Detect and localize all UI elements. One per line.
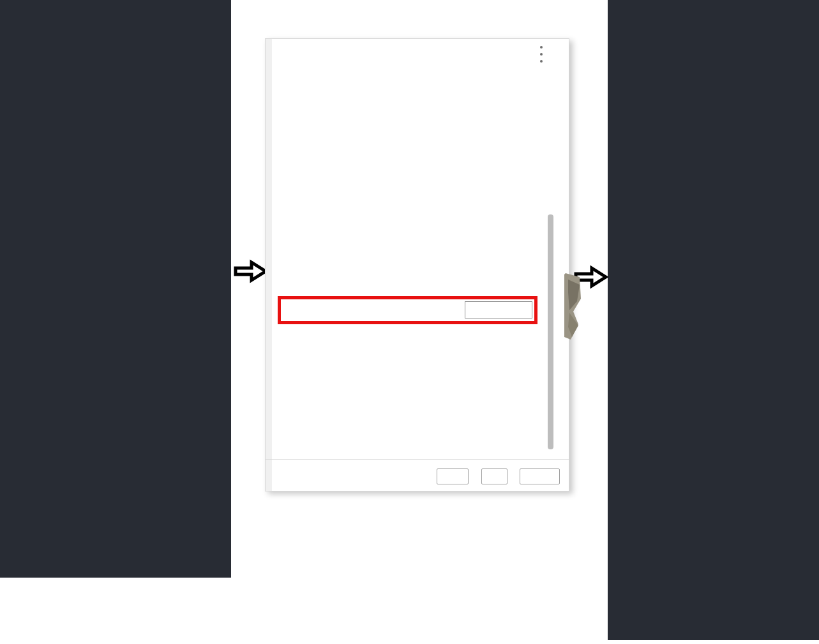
rvalueoffset-highlight-box bbox=[278, 296, 537, 324]
cad-model-sliver bbox=[564, 273, 581, 342]
post-button[interactable] bbox=[437, 468, 469, 484]
post-properties-dialog bbox=[265, 38, 569, 491]
gcode-editor-right[interactable] bbox=[608, 0, 819, 640]
gcode-editor-left[interactable] bbox=[0, 0, 231, 578]
right-arrow-icon-1 bbox=[234, 258, 268, 284]
dialog-scrollbar[interactable] bbox=[548, 214, 553, 449]
dialog-separator bbox=[266, 459, 569, 460]
window-edge-strip bbox=[266, 39, 272, 491]
cancel-button[interactable] bbox=[520, 468, 560, 484]
sections bbox=[290, 296, 463, 326]
kebab-menu-icon[interactable] bbox=[537, 46, 545, 69]
screenshot-stage bbox=[0, 0, 819, 644]
ok-button[interactable] bbox=[481, 468, 507, 484]
rvalueoffset-input[interactable] bbox=[465, 301, 532, 318]
property-row[interactable] bbox=[281, 299, 534, 321]
